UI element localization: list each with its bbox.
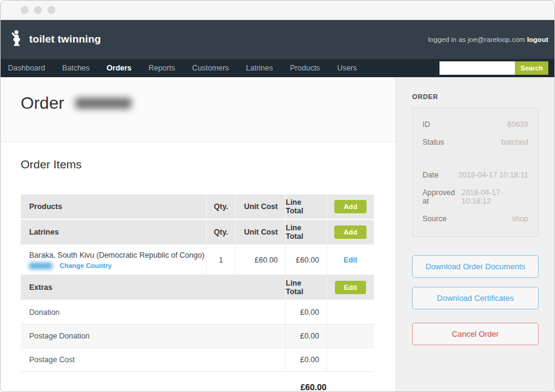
nav-item-orders[interactable]: Orders: [98, 64, 140, 72]
products-header-label: Products: [21, 194, 206, 219]
extras-row-postage-cost: Postage Cost £0.00: [21, 348, 374, 372]
latrine-description-cell: Baraka, South Kivu (Democratic Republic …: [21, 246, 206, 275]
login-status: logged in as joe@rareloop.com logout: [428, 36, 548, 43]
nav-item-products[interactable]: Products: [281, 64, 328, 72]
window-close-button[interactable]: [21, 6, 29, 14]
panel-spacer: [422, 156, 528, 171]
extras-empty-cell: [326, 325, 374, 348]
products-action-cell: Add: [326, 194, 374, 219]
login-text: logged in as joe@rareloop.com: [428, 36, 525, 43]
extras-label: Postage Donation: [21, 325, 285, 348]
latrines-header-label: Latrines: [21, 220, 206, 244]
brand[interactable]: toilet twinning: [8, 30, 101, 49]
nav-item-latrines[interactable]: Latrines: [238, 64, 281, 72]
field-value: 60639: [507, 120, 528, 129]
nav-item-dashboard[interactable]: Dashboard: [8, 64, 53, 72]
nav-item-reports[interactable]: Reports: [140, 64, 184, 72]
extras-row-postage-donation: Postage Donation £0.00: [21, 325, 374, 348]
search-button[interactable]: Search: [515, 61, 548, 75]
field-value: batched: [502, 138, 528, 146]
field-approved-at: Approved at 2018-04-17 10:18:12: [422, 188, 528, 205]
latrine-unit-cost: £60.00: [235, 246, 285, 275]
field-id: ID 60639: [422, 120, 528, 129]
order-items-table: Products Qty. Unit Cost Line Total Add L…: [21, 194, 374, 392]
latrines-action-cell: Add: [326, 220, 374, 244]
edit-latrine-link[interactable]: Edit: [343, 256, 357, 264]
order-total: £60.00: [21, 372, 326, 392]
extras-label: Postage Cost: [21, 348, 285, 371]
field-label: Approved at: [422, 188, 461, 205]
field-value: 2018-04-17 10:18:11: [458, 171, 528, 179]
window-minimize-button[interactable]: [34, 6, 42, 14]
download-certificates-button[interactable]: Download Certificates: [412, 287, 539, 309]
field-value: 2018-04-17 10:18:12: [461, 188, 528, 205]
latrine-id-redacted: [29, 263, 52, 269]
field-label: ID: [422, 120, 430, 129]
logout-link[interactable]: logout: [527, 36, 548, 43]
products-line-total-header: Line Total: [285, 194, 326, 219]
field-label: Date: [422, 171, 438, 179]
search-bar: Search: [440, 61, 548, 75]
latrine-action-cell: Edit: [326, 246, 374, 275]
field-source: Source shop: [422, 215, 528, 223]
latrine-line-total: £60.00: [285, 246, 326, 275]
page-header: Order: [1, 77, 396, 142]
main-nav: Dashboard Batches Orders Reports Custome…: [1, 59, 554, 77]
nav-item-batches[interactable]: Batches: [53, 64, 98, 72]
order-sidebar: ORDER ID 60639 Status batched Date 2018-…: [396, 77, 554, 392]
products-header-row: Products Qty. Unit Cost Line Total Add: [21, 194, 374, 220]
latrine-qty: 1: [206, 246, 235, 275]
add-latrine-button[interactable]: Add: [334, 225, 366, 239]
sidebar-panel-title: ORDER: [412, 93, 539, 100]
window-titlebar: [1, 1, 554, 20]
latrine-row: Baraka, South Kivu (Democratic Republic …: [21, 246, 374, 275]
latrines-unit-cost-header: Unit Cost: [235, 220, 285, 244]
field-value: shop: [512, 215, 528, 223]
nav-item-users[interactable]: Users: [328, 64, 365, 72]
edit-extras-button[interactable]: Edit: [335, 281, 367, 294]
nav-item-customers[interactable]: Customers: [184, 64, 237, 72]
page-title: Order: [21, 94, 396, 113]
extras-line-total: £0.00: [285, 325, 326, 348]
products-qty-header: Qty.: [206, 194, 235, 219]
extras-header-row: Extras Line Total Edit: [21, 275, 374, 301]
section-title: Order Items: [21, 158, 374, 171]
latrine-name: Baraka, South Kivu (Democratic Republic …: [29, 251, 204, 260]
browser-window: toilet twinning logged in as joe@rareloo…: [0, 0, 555, 392]
download-order-documents-button[interactable]: Download Order Documents: [412, 255, 539, 278]
brand-name: toilet twinning: [29, 33, 101, 46]
latrines-qty-header: Qty.: [206, 220, 235, 244]
field-date: Date 2018-04-17 10:18:11: [422, 171, 528, 179]
extras-label: Donation: [21, 301, 285, 324]
search-input[interactable]: [440, 61, 515, 75]
field-label: Status: [422, 138, 444, 146]
latrines-line-total-header: Line Total: [285, 220, 326, 244]
add-product-button[interactable]: Add: [334, 200, 366, 213]
order-details-panel: ID 60639 Status batched Date 2018-04-17 …: [412, 108, 539, 237]
latrines-header-row: Latrines Qty. Unit Cost Line Total Add: [21, 220, 374, 246]
extras-action-cell: Edit: [326, 275, 374, 300]
main-content: Order Order Items Products Qty. Unit Cos…: [1, 77, 396, 392]
extras-line-total: £0.00: [285, 301, 326, 324]
extras-empty-cell: [326, 301, 374, 324]
page-title-text: Order: [21, 94, 64, 113]
products-unit-cost-header: Unit Cost: [235, 194, 285, 219]
extras-line-total-header: Line Total: [285, 275, 326, 300]
change-country-link[interactable]: Change Country: [60, 262, 112, 269]
field-label: Source: [422, 215, 447, 223]
extras-header-label: Extras: [21, 275, 285, 300]
window-zoom-button[interactable]: [47, 6, 55, 14]
order-items-section: Order Items Products Qty. Unit Cost Line…: [1, 158, 396, 392]
extras-line-total: £0.00: [285, 348, 326, 371]
app-header: toilet twinning logged in as joe@rareloo…: [1, 20, 554, 59]
order-number-redacted: [75, 98, 131, 109]
toilet-twinning-logo-icon: [8, 30, 24, 49]
extras-row-donation: Donation £0.00: [21, 301, 374, 325]
extras-empty-cell: [326, 348, 374, 371]
cancel-order-button[interactable]: Cancel Order: [412, 323, 539, 345]
field-status: Status batched: [422, 138, 528, 146]
